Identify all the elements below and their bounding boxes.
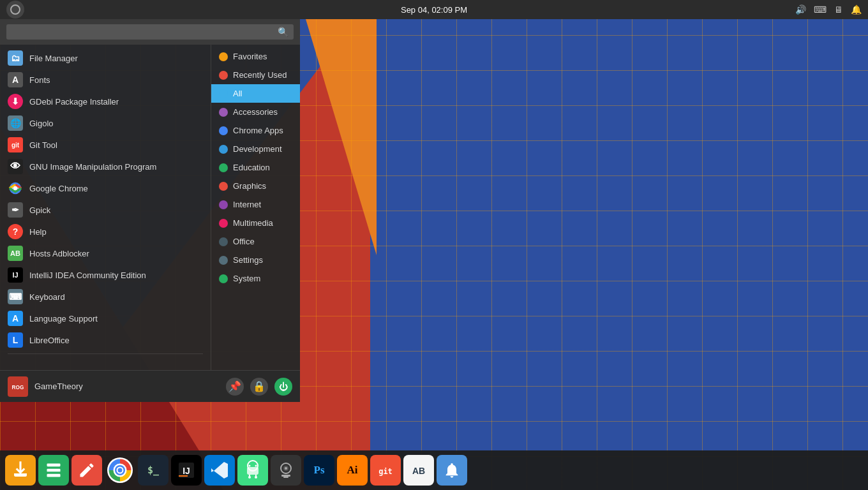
dock-icon-ab-dock[interactable]: AB (403, 455, 434, 486)
app-icon-language: A (8, 311, 23, 326)
search-input[interactable] (11, 27, 278, 37)
category-item-system[interactable]: System (211, 269, 300, 288)
app-item-fonts[interactable]: AFonts (0, 69, 211, 91)
category-dot-multimedia (219, 219, 228, 228)
category-label-settings: Settings (233, 255, 263, 265)
app-icon-file-manager: 🗂 (8, 50, 23, 66)
app-icon-gigolo: 🌐 (8, 115, 23, 131)
category-dot-development (219, 145, 228, 154)
dock-icon-intellij-d[interactable]: IJ (171, 455, 202, 486)
app-label-gdebi: GDebi Package Installer (29, 97, 119, 107)
app-list-separator (8, 353, 203, 354)
category-label-graphics: Graphics (233, 181, 266, 191)
app-label-google-chrome: Google Chrome (29, 184, 88, 193)
dock-icon-download[interactable] (5, 455, 36, 486)
category-item-graphics[interactable]: Graphics (211, 177, 300, 195)
search-bar: 🔍 (0, 19, 300, 45)
app-item-file-manager[interactable]: 🗂File Manager (0, 47, 211, 69)
dock-icon-webcam[interactable] (271, 455, 301, 486)
search-icon: 🔍 (278, 27, 288, 37)
category-dot-office (219, 237, 228, 246)
app-label-help: Help (29, 227, 47, 237)
svg-rect-9 (47, 474, 61, 477)
app-icon-libreoffice: L (8, 332, 23, 348)
top-panel: Sep 04, 02:09 PM 🔊 ⌨ 🖥 🔔 (0, 0, 868, 19)
category-item-office[interactable]: Office (211, 232, 300, 251)
system-menu-button[interactable] (6, 1, 24, 19)
panel-right: 🔊 ⌨ 🖥 🔔 (795, 4, 862, 15)
dock-icon-photoshop[interactable]: Ps (304, 455, 334, 486)
menu-body: 🗂File ManagerAFonts⬇GDebi Package Instal… (0, 45, 300, 370)
dock-icon-files[interactable] (38, 455, 69, 486)
app-item-intellij[interactable]: IJIntelliJ IDEA Community Edition (0, 264, 211, 286)
app-label-keyboard: Keyboard (29, 292, 65, 302)
system-menu-icon (10, 4, 20, 15)
app-item-gigolo[interactable]: 🌐Gigolo (0, 112, 211, 134)
svg-rect-21 (247, 467, 258, 475)
volume-icon[interactable]: 🔊 (795, 4, 806, 15)
datetime-label: Sep 04, 02:09 PM (401, 5, 467, 15)
category-item-accessories[interactable]: Accessories (211, 103, 300, 121)
app-item-keyboard[interactable]: ⌨Keyboard (0, 286, 211, 308)
app-icon-git-tool: git (8, 137, 23, 152)
category-list: FavoritesRecently UsedAllAccessoriesChro… (211, 45, 300, 370)
dock-icon-vscode[interactable] (204, 455, 235, 486)
app-icon-hosts: AB (8, 246, 23, 261)
app-item-google-chrome[interactable]: Google Chrome (0, 177, 211, 199)
app-label-file-manager: File Manager (29, 54, 78, 63)
category-item-all[interactable]: All (211, 84, 300, 103)
category-item-education[interactable]: Education (211, 158, 300, 177)
display-icon[interactable]: 🖥 (834, 4, 843, 15)
category-label-accessories: Accessories (233, 107, 278, 117)
app-menu: 🔍 🗂File ManagerAFonts⬇GDebi Package Inst… (0, 19, 300, 402)
category-item-development[interactable]: Development (211, 140, 300, 158)
category-label-favorites: Favorites (233, 52, 267, 61)
dock-icon-android-studio[interactable] (237, 455, 268, 486)
category-dot-accessories (219, 108, 228, 117)
keyboard-layout-icon[interactable]: ⌨ (814, 4, 827, 15)
category-dot-favorites (219, 52, 228, 61)
svg-point-3 (13, 186, 17, 190)
category-label-internet: Internet (233, 200, 261, 209)
app-item-gpick[interactable]: ✒Gpick (0, 199, 211, 221)
svg-rect-29 (281, 475, 290, 477)
app-item-gdebi[interactable]: ⬇GDebi Package Installer (0, 91, 211, 112)
app-label-fonts: Fonts (29, 75, 50, 85)
category-dot-internet (219, 200, 228, 209)
panel-datetime: Sep 04, 02:09 PM (401, 5, 467, 15)
dock-icon-notify[interactable] (437, 455, 467, 486)
category-item-chrome-apps[interactable]: Chrome Apps (211, 121, 300, 140)
app-item-hosts[interactable]: ABHosts Adblocker (0, 242, 211, 264)
category-dot-all (219, 89, 228, 98)
username-label: GameTheory (34, 382, 220, 391)
dock-icon-ai[interactable]: Ai (337, 455, 368, 486)
app-item-gimp[interactable]: 👁GNU Image Manipulation Program (0, 156, 211, 177)
dock-icon-terminal[interactable]: $_ (138, 455, 168, 486)
app-list[interactable]: 🗂File ManagerAFonts⬇GDebi Package Instal… (0, 45, 211, 370)
app-item-help[interactable]: ?Help (0, 221, 211, 242)
app-icon-gpick: ✒ (8, 202, 23, 218)
app-icon-fonts: A (8, 72, 23, 87)
svg-point-13 (118, 468, 123, 473)
dock-icon-git-dock[interactable]: git (370, 455, 401, 486)
dock-icon-marker[interactable] (71, 455, 102, 486)
category-item-favorites[interactable]: Favorites (211, 47, 300, 66)
settings-action-button[interactable]: 📌 (226, 378, 244, 396)
dock-icon-chrome[interactable] (105, 455, 135, 486)
app-icon-google-chrome (8, 181, 23, 196)
app-label-gpick: Gpick (29, 205, 50, 215)
app-item-libreoffice[interactable]: LLibreOffice (0, 329, 211, 351)
svg-point-28 (285, 467, 287, 470)
category-item-multimedia[interactable]: Multimedia (211, 214, 300, 232)
app-item-git-tool[interactable]: gitGit Tool (0, 134, 211, 156)
category-item-settings[interactable]: Settings (211, 251, 300, 269)
category-label-system: System (233, 274, 260, 283)
app-item-language[interactable]: ALanguage Support (0, 308, 211, 329)
category-label-chrome-apps: Chrome Apps (233, 126, 283, 135)
category-dot-graphics (219, 182, 228, 191)
category-item-internet[interactable]: Internet (211, 195, 300, 214)
notification-icon[interactable]: 🔔 (851, 4, 862, 15)
category-item-recently-used[interactable]: Recently Used (211, 66, 300, 84)
lock-action-button[interactable]: 🔒 (250, 378, 268, 396)
power-action-button[interactable]: ⏻ (274, 378, 292, 396)
